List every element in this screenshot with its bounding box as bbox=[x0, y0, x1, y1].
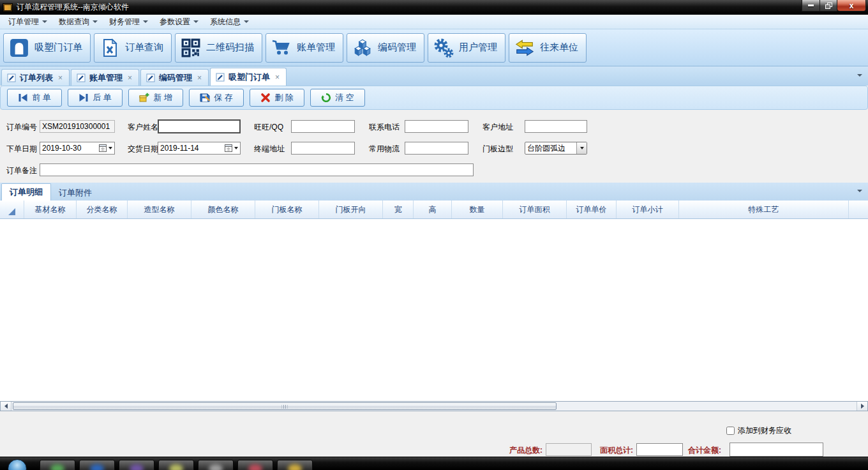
tab-blister-door-order[interactable]: 吸塑门订单 × bbox=[210, 68, 287, 86]
product-count-field[interactable] bbox=[546, 443, 592, 456]
add-button[interactable]: 新 增 bbox=[128, 89, 183, 107]
grip-icon bbox=[282, 405, 288, 409]
horizontal-scrollbar[interactable] bbox=[0, 401, 868, 411]
toolbar-business-partners-button[interactable]: 往来单位 bbox=[509, 33, 587, 63]
column-header[interactable]: 订单小计 bbox=[617, 201, 679, 218]
next-order-icon bbox=[79, 93, 89, 103]
close-icon[interactable]: × bbox=[196, 73, 203, 82]
phone-field[interactable] bbox=[405, 120, 468, 133]
taskbar-button[interactable] bbox=[277, 460, 313, 470]
main-toolbar: 吸塑门订单 订单查询 二维码扫描 账单管理 编码管理 bbox=[0, 29, 868, 66]
order-date-picker[interactable]: 2019-10-30 bbox=[40, 142, 115, 155]
column-header[interactable]: 订单面积 bbox=[503, 201, 567, 218]
column-header[interactable]: 订单单价 bbox=[567, 201, 617, 218]
column-header[interactable]: 造型名称 bbox=[128, 201, 191, 218]
delete-button[interactable]: 删 除 bbox=[250, 89, 304, 107]
menu-data-query[interactable]: 数据查询 bbox=[53, 15, 103, 29]
select-all-triangle-icon bbox=[8, 208, 15, 215]
menu-finance-management[interactable]: 财务管理 bbox=[103, 15, 154, 29]
column-header[interactable]: 高 bbox=[414, 201, 452, 218]
column-header[interactable]: 门板名称 bbox=[255, 201, 319, 218]
close-icon[interactable]: × bbox=[274, 73, 281, 82]
chevron-down-icon bbox=[244, 20, 249, 23]
order-form: 订单编号 客户姓名 旺旺/QQ 联系电话 客户地址 下单日期 2019-10-3… bbox=[0, 110, 868, 183]
detail-tab-overflow-icon[interactable] bbox=[857, 190, 862, 192]
customer-name-field[interactable] bbox=[158, 119, 241, 133]
delete-icon bbox=[260, 93, 271, 103]
edit-pencil-icon bbox=[7, 73, 16, 82]
tab-order-details[interactable]: 订单明细 bbox=[1, 183, 51, 201]
customer-address-field[interactable] bbox=[525, 120, 587, 133]
add-to-finance-checkbox-row[interactable]: 添加到财务应收 bbox=[726, 425, 791, 436]
scrollbar-thumb[interactable] bbox=[13, 402, 557, 410]
delivery-date-picker[interactable]: 2019-11-14 bbox=[158, 142, 241, 155]
next-order-button[interactable]: 后 单 bbox=[68, 89, 123, 107]
taskbar-button[interactable] bbox=[119, 460, 154, 470]
menu-system-info[interactable]: 系统信息 bbox=[204, 15, 255, 29]
remark-label: 订单备注 bbox=[6, 165, 37, 176]
taskbar-button[interactable] bbox=[198, 460, 234, 470]
column-header[interactable]: 分类名称 bbox=[77, 201, 128, 218]
taskbar-button[interactable] bbox=[158, 460, 194, 470]
column-header[interactable]: 基材名称 bbox=[24, 201, 77, 218]
save-button[interactable]: 保 存 bbox=[189, 89, 244, 107]
column-header[interactable]: 颜色名称 bbox=[191, 201, 255, 218]
menu-parameter-settings[interactable]: 参数设置 bbox=[154, 15, 204, 29]
arrow-right-icon bbox=[861, 404, 864, 409]
column-header[interactable]: 特殊工艺 bbox=[679, 201, 849, 218]
customer-address-label: 客户地址 bbox=[483, 122, 513, 133]
toolbar-order-query-button[interactable]: 订单查询 bbox=[94, 33, 172, 63]
detail-tabbar: 订单明细 订单附件 bbox=[0, 183, 868, 201]
tab-order-attachments[interactable]: 订单附件 bbox=[51, 185, 100, 201]
window-title: 订单流程管理系统--南京倾心软件 bbox=[17, 2, 129, 13]
toolbar-blister-door-order-button[interactable]: 吸塑门订单 bbox=[3, 33, 91, 63]
order-grid-header: 基材名称 分类名称 造型名称 颜色名称 门板名称 门板开向 宽 高 数量 订单面… bbox=[0, 201, 868, 219]
totals-footer: 添加到财务应收 产品总数: 面积总计: 合计金额: bbox=[0, 411, 868, 457]
taskbar-button[interactable] bbox=[237, 460, 273, 470]
tab-code-management[interactable]: 编码管理 × bbox=[140, 69, 209, 86]
order-no-field[interactable] bbox=[40, 120, 115, 133]
menu-order-management[interactable]: 订单管理 bbox=[3, 15, 53, 29]
terminal-address-field[interactable] bbox=[291, 142, 355, 155]
toolbar-qr-scan-button[interactable]: 二维码扫描 bbox=[175, 33, 262, 63]
gears-icon bbox=[433, 38, 454, 58]
door-edge-select[interactable]: 台阶圆弧边 bbox=[525, 142, 587, 155]
toolbar-code-management-button[interactable]: 编码管理 bbox=[347, 33, 424, 63]
app-logo-icon bbox=[3, 3, 13, 12]
clear-button[interactable]: 清 空 bbox=[310, 89, 365, 107]
logistics-field[interactable] bbox=[405, 142, 468, 155]
order-grid-body[interactable] bbox=[0, 219, 868, 401]
start-button[interactable] bbox=[8, 459, 27, 470]
wangwang-field[interactable] bbox=[291, 120, 355, 133]
close-button[interactable]: x bbox=[837, 0, 866, 11]
taskbar-button[interactable] bbox=[79, 460, 115, 470]
scroll-left-button[interactable] bbox=[1, 402, 11, 411]
tab-bill-management[interactable]: 账单管理 × bbox=[71, 69, 139, 86]
app-icon bbox=[248, 464, 262, 470]
column-header[interactable]: 数量 bbox=[452, 201, 503, 218]
app-icon bbox=[288, 464, 302, 470]
column-header[interactable]: 门板开向 bbox=[319, 201, 383, 218]
toolbar-bill-management-button[interactable]: 账单管理 bbox=[266, 33, 343, 63]
edit-pencil-icon bbox=[77, 73, 86, 82]
tab-overflow-icon[interactable] bbox=[857, 74, 862, 77]
select-all-cell[interactable] bbox=[0, 201, 24, 218]
previous-order-button[interactable]: 前 单 bbox=[7, 89, 62, 107]
column-header[interactable]: 宽 bbox=[383, 201, 414, 218]
taskbar-button[interactable] bbox=[40, 460, 75, 470]
scroll-right-button[interactable] bbox=[857, 402, 867, 411]
close-icon[interactable]: × bbox=[126, 73, 133, 82]
maximize-button[interactable] bbox=[820, 0, 837, 11]
titlebar: 订单流程管理系统--南京倾心软件 x bbox=[0, 0, 868, 15]
close-icon[interactable]: × bbox=[57, 73, 64, 82]
remark-field[interactable] bbox=[40, 163, 474, 176]
amount-total-field[interactable] bbox=[730, 443, 823, 457]
minimize-button[interactable] bbox=[802, 0, 820, 11]
add-to-finance-checkbox[interactable] bbox=[726, 427, 735, 435]
tab-order-list[interactable]: 订单列表 × bbox=[1, 69, 70, 86]
toolbar-user-management-button[interactable]: 用户管理 bbox=[428, 33, 505, 63]
document-tabbar: 订单列表 × 账单管理 × 编码管理 × 吸塑门订单 × bbox=[0, 66, 868, 86]
chevron-down-icon bbox=[234, 147, 238, 149]
area-total-field[interactable] bbox=[636, 443, 683, 456]
combo-dropdown-button[interactable] bbox=[576, 142, 587, 154]
